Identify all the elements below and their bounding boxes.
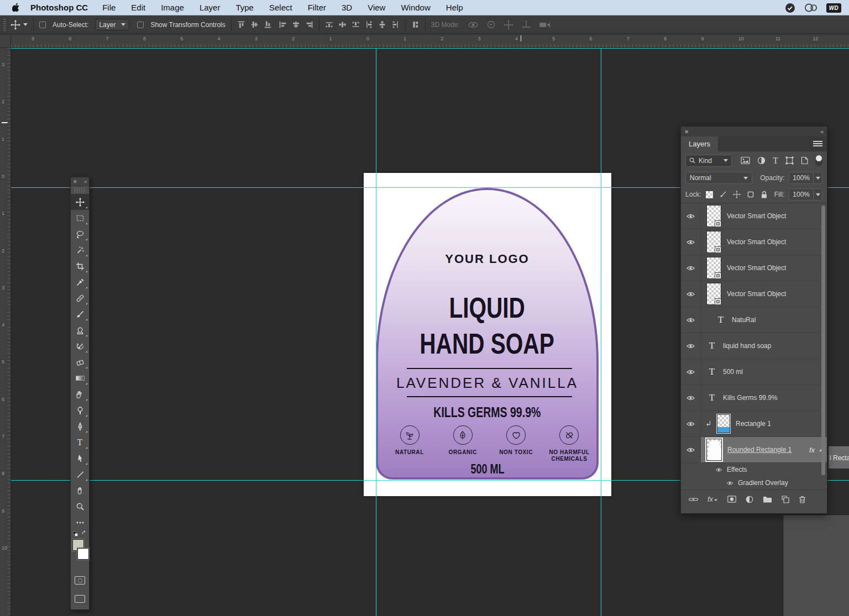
smart-object-filter-icon[interactable] — [801, 156, 808, 165]
layer-name[interactable]: Vector Smart Object — [727, 264, 786, 272]
clone-stamp-tool[interactable] — [71, 322, 89, 338]
opacity-field[interactable]: 100% — [789, 172, 822, 184]
visibility-toggle[interactable] — [681, 333, 701, 359]
effects-visibility-icon[interactable] — [715, 467, 722, 472]
layer-thumbnail[interactable] — [706, 257, 721, 279]
hand-tool[interactable] — [71, 482, 89, 498]
menu-type[interactable]: Type — [235, 3, 254, 12]
gradient-tool[interactable] — [71, 370, 89, 386]
screen-mode-button[interactable] — [71, 591, 89, 607]
crop-tool[interactable] — [71, 258, 89, 274]
auto-select-dropdown[interactable]: Layer — [95, 19, 129, 30]
gradient-overlay-visibility-icon[interactable] — [726, 481, 733, 486]
menu-edit[interactable]: Edit — [131, 3, 145, 12]
dodge-tool[interactable] — [71, 402, 89, 418]
type-tool[interactable]: T — [71, 434, 89, 450]
guide-vertical-right[interactable] — [601, 48, 601, 616]
distribute-right-edges-icon[interactable] — [391, 20, 400, 29]
pen-tool[interactable] — [71, 418, 89, 434]
panel-menu-icon[interactable] — [813, 141, 822, 147]
layer-name[interactable]: liquid hand soap — [723, 342, 771, 350]
tab-layers[interactable]: Layers — [681, 136, 718, 151]
distribute-spacing-icon[interactable] — [411, 20, 420, 29]
distribute-vertical-centers-icon[interactable] — [338, 20, 347, 29]
lock-artboard-icon[interactable] — [747, 191, 754, 198]
line-tool[interactable] — [71, 466, 89, 482]
layer-row[interactable]: Vector Smart Object — [681, 203, 827, 229]
tool-preset-chevron-icon[interactable] — [23, 23, 28, 26]
lasso-tool[interactable] — [71, 226, 89, 242]
effects-row[interactable]: Effects — [681, 463, 827, 476]
visibility-toggle[interactable] — [681, 411, 701, 436]
layer-row[interactable]: TKills Germs 99.9% — [681, 385, 827, 411]
layer-thumbnail[interactable] — [717, 414, 730, 433]
gradient-overlay-row[interactable]: Gradient Overlay — [681, 476, 827, 489]
layer-name[interactable]: Vector Smart Object — [727, 212, 786, 220]
layer-row[interactable]: Vector Smart Object — [681, 255, 827, 281]
auto-select-checkbox[interactable] — [39, 22, 46, 28]
layer-thumbnail[interactable] — [706, 283, 721, 305]
tools-panel-expand-icon[interactable]: » — [84, 179, 87, 185]
delete-layer-icon[interactable] — [799, 495, 806, 503]
check-circle-icon[interactable] — [785, 3, 795, 13]
menu-view[interactable]: View — [368, 3, 385, 12]
layer-mask-icon[interactable] — [727, 496, 736, 503]
layer-name[interactable]: Rectangle 1 — [736, 420, 771, 428]
wd-badge[interactable]: WD — [826, 3, 841, 13]
fill-field[interactable]: 100% — [789, 188, 822, 201]
document-artboard[interactable]: YOUR LOGO LIQUID HAND SOAP LAVENDER & VA… — [364, 173, 611, 496]
eraser-tool[interactable] — [71, 354, 89, 370]
distribute-left-edges-icon[interactable] — [365, 20, 373, 29]
zoom-tool[interactable] — [71, 498, 89, 514]
eyedropper-tool[interactable] — [71, 274, 89, 290]
3d-orbit-icon[interactable] — [468, 20, 479, 29]
adjustment-layer-icon[interactable] — [746, 496, 753, 503]
layer-thumbnail[interactable] — [706, 231, 721, 253]
distribute-horizontal-centers-icon[interactable] — [378, 20, 386, 29]
layers-panel-collapse-icon[interactable]: « — [820, 129, 824, 135]
layer-thumbnail[interactable] — [706, 439, 722, 461]
layer-name[interactable]: 500 ml — [723, 368, 743, 376]
spot-healing-brush-tool[interactable] — [71, 290, 89, 306]
pixel-layer-filter-icon[interactable] — [741, 156, 750, 165]
app-title[interactable]: Photoshop CC — [30, 3, 88, 12]
3d-roll-icon[interactable] — [486, 20, 496, 29]
brush-tool[interactable] — [71, 306, 89, 322]
menu-3d[interactable]: 3D — [342, 3, 352, 12]
visibility-toggle[interactable] — [681, 359, 701, 385]
vertical-ruler[interactable]: 321012345678910 — [0, 48, 11, 616]
layer-name[interactable]: NatuRal — [732, 316, 756, 324]
layer-row[interactable]: Vector Smart Object — [681, 229, 827, 255]
align-bottom-edges-icon[interactable] — [264, 20, 272, 29]
visibility-toggle[interactable] — [681, 255, 701, 281]
edit-toolbar[interactable] — [71, 514, 89, 530]
move-tool[interactable] — [71, 194, 89, 210]
guide-horizontal-top[interactable] — [11, 48, 849, 49]
lock-paint-icon[interactable] — [719, 191, 727, 198]
layer-name[interactable]: Kills Germs 99.9% — [723, 394, 778, 402]
ruler-origin-corner[interactable] — [0, 34, 11, 48]
blend-mode-dropdown[interactable]: Normal — [685, 172, 752, 184]
horizontal-ruler[interactable]: 9876543210123456789101112 — [11, 34, 849, 48]
show-transform-checkbox[interactable] — [137, 22, 144, 28]
lock-all-icon[interactable] — [761, 191, 768, 199]
layer-name[interactable]: Rounded Rectangle 1 — [727, 446, 792, 454]
tools-panel-close-icon[interactable]: ✕ — [73, 179, 77, 185]
layer-name[interactable]: Vector Smart Object — [727, 290, 786, 298]
layer-row[interactable]: Vector Smart Object — [681, 281, 827, 307]
swap-colors-icon[interactable] — [81, 530, 88, 536]
default-colors-icon[interactable] — [73, 531, 78, 536]
layer-row[interactable]: Tliquid hand soap — [681, 333, 827, 359]
menu-file[interactable]: File — [102, 3, 116, 12]
visibility-toggle[interactable] — [681, 229, 701, 255]
visibility-toggle[interactable] — [681, 437, 701, 462]
tools-panel-grip[interactable] — [75, 187, 85, 193]
apple-menu-icon[interactable] — [12, 3, 20, 12]
new-group-icon[interactable] — [763, 496, 772, 503]
smudge-tool[interactable] — [71, 386, 89, 402]
menu-layer[interactable]: Layer — [200, 3, 221, 12]
menu-image[interactable]: Image — [161, 3, 184, 12]
filter-toggle[interactable] — [815, 155, 822, 166]
align-right-edges-icon[interactable] — [305, 20, 313, 29]
layer-name[interactable]: Vector Smart Object — [727, 238, 786, 246]
